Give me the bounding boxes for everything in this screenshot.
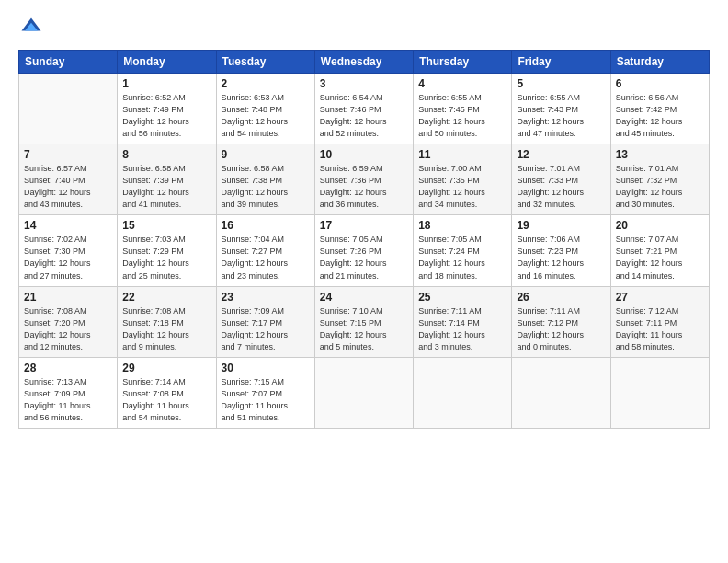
calendar-week-row: 14Sunrise: 7:02 AM Sunset: 7:30 PM Dayli…: [19, 215, 710, 286]
calendar-table: SundayMondayTuesdayWednesdayThursdayFrid…: [18, 50, 710, 429]
day-info: Sunrise: 7:07 AM Sunset: 7:21 PM Dayligh…: [616, 234, 704, 282]
day-info: Sunrise: 7:05 AM Sunset: 7:24 PM Dayligh…: [418, 234, 506, 282]
calendar-day-cell: 11Sunrise: 7:00 AM Sunset: 7:35 PM Dayli…: [414, 144, 512, 215]
calendar-day-cell: [512, 357, 610, 428]
calendar-week-row: 21Sunrise: 7:08 AM Sunset: 7:20 PM Dayli…: [19, 286, 710, 357]
day-number: 14: [24, 219, 112, 232]
calendar-day-cell: 6Sunrise: 6:56 AM Sunset: 7:42 PM Daylig…: [610, 74, 709, 144]
day-number: 21: [24, 291, 112, 304]
day-info: Sunrise: 6:54 AM Sunset: 7:46 PM Dayligh…: [320, 92, 408, 140]
day-info: Sunrise: 6:55 AM Sunset: 7:43 PM Dayligh…: [517, 92, 605, 140]
day-info: Sunrise: 7:15 AM Sunset: 7:07 PM Dayligh…: [222, 376, 310, 424]
day-number: 28: [24, 362, 112, 374]
day-info: Sunrise: 6:53 AM Sunset: 7:48 PM Dayligh…: [222, 92, 310, 140]
day-info: Sunrise: 7:00 AM Sunset: 7:35 PM Dayligh…: [418, 163, 506, 211]
calendar-day-cell: 29Sunrise: 7:14 AM Sunset: 7:08 PM Dayli…: [118, 357, 216, 428]
day-number: 12: [517, 148, 605, 161]
day-info: Sunrise: 7:08 AM Sunset: 7:20 PM Dayligh…: [24, 305, 112, 353]
calendar-day-cell: 20Sunrise: 7:07 AM Sunset: 7:21 PM Dayli…: [610, 215, 709, 286]
calendar-day-cell: 24Sunrise: 7:10 AM Sunset: 7:15 PM Dayli…: [314, 286, 413, 357]
day-info: Sunrise: 7:14 AM Sunset: 7:08 PM Dayligh…: [122, 376, 210, 424]
calendar-day-cell: 2Sunrise: 6:53 AM Sunset: 7:48 PM Daylig…: [216, 74, 314, 144]
day-info: Sunrise: 7:01 AM Sunset: 7:33 PM Dayligh…: [517, 163, 605, 211]
day-number: 18: [418, 219, 506, 232]
calendar-day-header: Friday: [512, 51, 610, 74]
calendar-week-row: 7Sunrise: 6:57 AM Sunset: 7:40 PM Daylig…: [19, 144, 710, 215]
calendar-week-row: 28Sunrise: 7:13 AM Sunset: 7:09 PM Dayli…: [19, 357, 710, 428]
day-number: 10: [320, 148, 408, 161]
calendar-day-header: Sunday: [19, 51, 118, 74]
day-info: Sunrise: 6:57 AM Sunset: 7:40 PM Dayligh…: [24, 163, 112, 211]
day-info: Sunrise: 6:58 AM Sunset: 7:39 PM Dayligh…: [122, 163, 210, 211]
day-number: 22: [122, 291, 210, 304]
calendar-day-cell: 1Sunrise: 6:52 AM Sunset: 7:49 PM Daylig…: [118, 74, 216, 144]
day-info: Sunrise: 6:55 AM Sunset: 7:45 PM Dayligh…: [418, 92, 506, 140]
day-number: 25: [418, 291, 506, 304]
calendar-day-cell: [314, 357, 413, 428]
calendar-day-cell: 17Sunrise: 7:05 AM Sunset: 7:26 PM Dayli…: [314, 215, 413, 286]
day-number: 19: [517, 219, 605, 232]
calendar-day-cell: 28Sunrise: 7:13 AM Sunset: 7:09 PM Dayli…: [19, 357, 118, 428]
day-number: 6: [616, 77, 704, 90]
calendar-day-cell: [610, 357, 709, 428]
calendar-day-cell: 5Sunrise: 6:55 AM Sunset: 7:43 PM Daylig…: [512, 74, 610, 144]
day-info: Sunrise: 7:13 AM Sunset: 7:09 PM Dayligh…: [24, 376, 112, 424]
day-number: 7: [24, 148, 112, 161]
day-number: 20: [616, 219, 704, 232]
day-number: 30: [222, 362, 310, 374]
day-number: 24: [320, 291, 408, 304]
calendar-day-cell: 3Sunrise: 6:54 AM Sunset: 7:46 PM Daylig…: [314, 74, 413, 144]
day-number: 4: [418, 77, 506, 90]
day-number: 2: [222, 77, 310, 90]
day-number: 23: [222, 291, 310, 304]
calendar-day-cell: 27Sunrise: 7:12 AM Sunset: 7:11 PM Dayli…: [610, 286, 709, 357]
day-number: 11: [418, 148, 506, 161]
day-info: Sunrise: 7:09 AM Sunset: 7:17 PM Dayligh…: [222, 305, 310, 353]
day-number: 27: [616, 291, 704, 304]
day-number: 3: [320, 77, 408, 90]
day-info: Sunrise: 7:02 AM Sunset: 7:30 PM Dayligh…: [24, 234, 112, 282]
day-number: 1: [122, 77, 210, 90]
day-number: 13: [616, 148, 704, 161]
day-info: Sunrise: 6:52 AM Sunset: 7:49 PM Dayligh…: [122, 92, 210, 140]
day-number: 9: [222, 148, 310, 161]
day-info: Sunrise: 6:56 AM Sunset: 7:42 PM Dayligh…: [616, 92, 704, 140]
calendar-page: SundayMondayTuesdayWednesdayThursdayFrid…: [0, 0, 728, 563]
calendar-day-cell: 14Sunrise: 7:02 AM Sunset: 7:30 PM Dayli…: [19, 215, 118, 286]
day-number: 17: [320, 219, 408, 232]
calendar-day-cell: 16Sunrise: 7:04 AM Sunset: 7:27 PM Dayli…: [216, 215, 314, 286]
header: [18, 15, 710, 40]
calendar-day-cell: 30Sunrise: 7:15 AM Sunset: 7:07 PM Dayli…: [216, 357, 314, 428]
day-number: 15: [122, 219, 210, 232]
calendar-day-header: Tuesday: [216, 51, 314, 74]
calendar-day-cell: [19, 74, 118, 144]
calendar-day-header: Wednesday: [314, 51, 413, 74]
day-info: Sunrise: 6:59 AM Sunset: 7:36 PM Dayligh…: [320, 163, 408, 211]
logo: [18, 15, 48, 40]
calendar-day-cell: 10Sunrise: 6:59 AM Sunset: 7:36 PM Dayli…: [314, 144, 413, 215]
calendar-day-cell: 4Sunrise: 6:55 AM Sunset: 7:45 PM Daylig…: [414, 74, 512, 144]
calendar-week-row: 1Sunrise: 6:52 AM Sunset: 7:49 PM Daylig…: [19, 74, 710, 144]
day-info: Sunrise: 7:03 AM Sunset: 7:29 PM Dayligh…: [122, 234, 210, 282]
day-number: 29: [122, 362, 210, 374]
day-info: Sunrise: 7:05 AM Sunset: 7:26 PM Dayligh…: [320, 234, 408, 282]
calendar-day-cell: 21Sunrise: 7:08 AM Sunset: 7:20 PM Dayli…: [19, 286, 118, 357]
calendar-day-cell: 25Sunrise: 7:11 AM Sunset: 7:14 PM Dayli…: [414, 286, 512, 357]
day-info: Sunrise: 6:58 AM Sunset: 7:38 PM Dayligh…: [222, 163, 310, 211]
calendar-day-cell: 12Sunrise: 7:01 AM Sunset: 7:33 PM Dayli…: [512, 144, 610, 215]
calendar-day-cell: 15Sunrise: 7:03 AM Sunset: 7:29 PM Dayli…: [118, 215, 216, 286]
day-info: Sunrise: 7:04 AM Sunset: 7:27 PM Dayligh…: [222, 234, 310, 282]
calendar-header-row: SundayMondayTuesdayWednesdayThursdayFrid…: [19, 51, 710, 74]
calendar-day-cell: [414, 357, 512, 428]
calendar-day-cell: 8Sunrise: 6:58 AM Sunset: 7:39 PM Daylig…: [118, 144, 216, 215]
calendar-day-cell: 13Sunrise: 7:01 AM Sunset: 7:32 PM Dayli…: [610, 144, 709, 215]
calendar-day-header: Saturday: [610, 51, 709, 74]
calendar-day-cell: 23Sunrise: 7:09 AM Sunset: 7:17 PM Dayli…: [216, 286, 314, 357]
calendar-day-cell: 26Sunrise: 7:11 AM Sunset: 7:12 PM Dayli…: [512, 286, 610, 357]
calendar-day-cell: 7Sunrise: 6:57 AM Sunset: 7:40 PM Daylig…: [19, 144, 118, 215]
day-info: Sunrise: 7:08 AM Sunset: 7:18 PM Dayligh…: [122, 305, 210, 353]
day-number: 16: [222, 219, 310, 232]
day-info: Sunrise: 7:12 AM Sunset: 7:11 PM Dayligh…: [616, 305, 704, 353]
logo-icon: [18, 15, 44, 40]
calendar-day-cell: 18Sunrise: 7:05 AM Sunset: 7:24 PM Dayli…: [414, 215, 512, 286]
